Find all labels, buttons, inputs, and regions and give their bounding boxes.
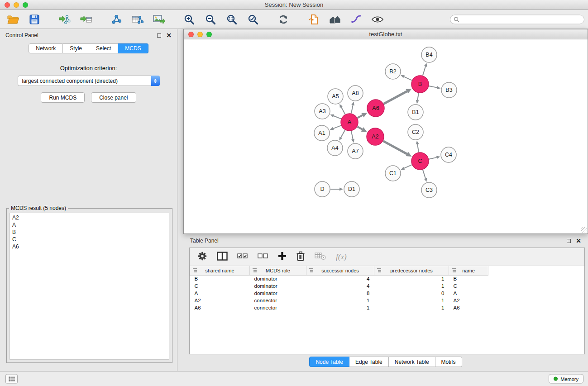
mcds-result-item[interactable]: B [12,229,167,236]
float-table-panel-icon[interactable] [567,239,571,243]
table-row[interactable]: A6connector11A6 [190,304,585,311]
graph-edge-arrow [424,63,427,67]
memory-status-icon [554,377,558,381]
delete-table-button[interactable] [315,252,326,262]
column-header-shared-name[interactable]: shared name [190,266,250,275]
graph-edge-B-B3[interactable] [429,86,437,88]
zoom-fit-button[interactable] [224,12,239,27]
graph-edge-B-B1[interactable] [417,93,419,100]
status-bar: Memory [0,371,588,386]
graph-edge-C-C3[interactable] [423,170,425,178]
tab-node-table[interactable]: Node Table [309,357,349,367]
resize-grip-icon[interactable] [581,227,587,233]
show-details-button[interactable] [370,12,385,27]
graph-edge-C-C4[interactable] [429,157,437,159]
mcds-result-item[interactable]: C [12,236,167,243]
show-columns-button[interactable] [217,252,228,262]
apply-style-button[interactable] [349,12,364,27]
eye-icon [372,15,383,24]
import-network-button[interactable] [57,12,72,27]
tab-network[interactable]: Network [29,43,63,53]
graph-node-label: A8 [352,90,359,96]
import-table-button[interactable] [78,12,94,27]
function-builder-button[interactable]: f(x) [336,253,347,262]
export-image-button[interactable] [151,12,167,27]
zoom-selected-button[interactable] [245,12,261,27]
tab-edge-table[interactable]: Edge Table [349,357,389,367]
graph-node-label: C4 [445,152,452,158]
table-row[interactable]: Cdominator41C [190,282,585,290]
tab-style[interactable]: Style [63,43,89,53]
select-all-button[interactable] [237,252,248,262]
new-network-button[interactable] [109,12,124,27]
add-column-button[interactable] [278,252,287,262]
refresh-icon [278,14,289,25]
mcds-result-item[interactable]: A6 [12,243,167,250]
graph-edge-C-C1[interactable] [404,165,412,168]
table-row[interactable]: Adominator80A [190,290,585,297]
graph-edge-B-B2[interactable] [404,76,411,80]
close-panel-button[interactable]: Close panel [91,92,136,103]
graph-edge-C-C2[interactable] [417,144,419,152]
column-header-successor-nodes[interactable]: successor nodes [306,266,374,275]
image-export-icon [153,14,165,24]
minimize-window-button[interactable] [14,2,19,8]
zoom-fit-icon [226,14,237,25]
deselect-all-button[interactable] [258,252,268,262]
network-graph[interactable]: B4B2BB3A5A8A6B1A3AC2A1A2A4A7CC4C1C3DD1 [184,39,588,234]
graph-edge-A-A5[interactable] [341,107,345,114]
graph-edge-B-B4[interactable] [423,67,425,76]
graph-edge-arrow [330,114,335,117]
export-table-button[interactable] [130,12,145,27]
zoom-out-button[interactable] [203,12,218,27]
save-session-button[interactable] [27,12,42,27]
delete-column-button[interactable] [296,251,305,263]
float-panel-icon[interactable] [157,33,161,38]
graph-edge-A6-B[interactable] [384,91,407,104]
search-input[interactable] [462,16,584,23]
column-header-predecessor-nodes[interactable]: predecessor nodes [374,266,449,275]
network-window-titlebar[interactable]: testGlobe.txt [184,29,588,39]
memory-button[interactable]: Memory [549,374,583,384]
network-close-button[interactable] [188,32,194,37]
column-header-name[interactable]: name [449,266,488,275]
graph-edge-A2-C[interactable] [383,141,407,154]
table-header-row: shared name MCDS role successor nodes [190,266,585,275]
network-canvas[interactable]: B4B2BB3A5A8A6B1A3AC2A1A2A4A7CC4C1C3DD1 [184,39,588,234]
graph-edge-A-A6[interactable] [358,115,363,118]
refresh-view-button[interactable] [276,12,291,27]
tab-mcds[interactable]: MCDS [118,43,148,53]
mcds-result-list[interactable]: A2ABCA6 [10,213,169,360]
graph-edge-A-A4[interactable] [341,130,345,137]
table-row[interactable]: Bdominator41B [190,275,585,282]
tab-select[interactable]: Select [89,43,118,53]
table-panel: Table Panel ✕ [183,235,588,370]
graph-edge-A-A7[interactable] [351,131,353,139]
zoom-in-button[interactable] [182,12,197,27]
dropdown-stepper-icon [151,76,160,86]
folder-open-icon [7,14,19,24]
open-document-button[interactable] [306,12,321,27]
network-zoom-button[interactable] [206,32,212,37]
graph-edge-A-A1[interactable] [333,125,341,129]
run-mcds-button[interactable]: Run MCDS [41,92,85,103]
close-panel-icon[interactable]: ✕ [166,32,172,38]
task-history-button[interactable] [5,374,18,384]
table-row[interactable]: A2connector11A2 [190,297,585,304]
close-table-panel-icon[interactable]: ✕ [576,238,581,244]
graph-edge-A-A8[interactable] [351,105,353,113]
graph-edge-A-A2[interactable] [357,127,362,129]
home-button[interactable] [327,12,343,27]
zoom-window-button[interactable] [23,2,28,8]
mcds-result-item[interactable]: A2 [12,214,167,221]
graph-edge-A-A3[interactable] [334,116,341,119]
column-header-mcds-role[interactable]: MCDS role [250,266,306,275]
tab-network-table[interactable]: Network Table [389,357,435,367]
tab-motifs[interactable]: Motifs [435,357,462,367]
mcds-result-item[interactable]: A [12,221,167,229]
close-window-button[interactable] [5,2,10,8]
optimization-criterion-dropdown[interactable]: largest connected component (directed) [18,76,160,86]
open-session-button[interactable] [5,12,21,27]
table-settings-button[interactable] [197,251,207,263]
network-minimize-button[interactable] [197,32,203,37]
